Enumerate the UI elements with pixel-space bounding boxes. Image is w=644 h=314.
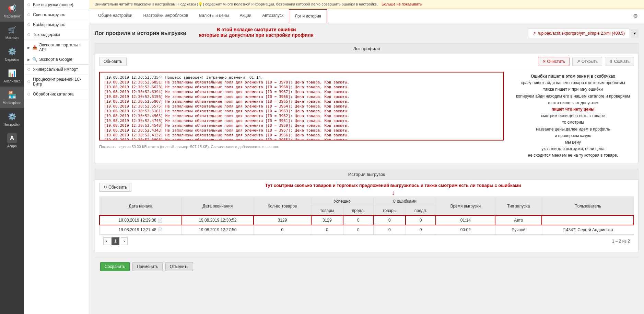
table-cell: 0 xyxy=(254,225,311,235)
tab-settings-gear-icon[interactable]: ⚙ xyxy=(630,10,641,22)
sidebar-item-shop[interactable]: 🛒 Магазин xyxy=(0,22,24,43)
next-page-button[interactable]: › xyxy=(121,237,128,245)
top-annotation: В этой вкладке смотрите ошибки которые в… xyxy=(199,27,314,38)
tab-promo[interactable]: Акции xyxy=(234,9,257,23)
log-clear-button[interactable]: ✕ Очистить xyxy=(538,57,570,66)
table-cell: 19.08.2019 12:27:48 📄 xyxy=(99,225,182,235)
table-cell: 19.08.2019 12:30:52 xyxy=(182,215,254,225)
sidebar-item-aspro[interactable]: A Аспро xyxy=(0,130,24,152)
services-icon: ⚙️ xyxy=(7,47,17,56)
annotation-line2: сразу пишет айди вашего товара с которым… xyxy=(512,80,634,86)
annotation-line6: пишет что нету цены xyxy=(512,106,634,113)
annotation-line13: не сходится меняем ее на ту которая в то… xyxy=(512,152,634,159)
left-panel-section-google[interactable]: ▶ 🔍 Экспорт в Google xyxy=(24,55,89,64)
log-area[interactable]: [19.08.2019 12:30:52.7354] Процесс завер… xyxy=(99,72,504,141)
log-section: Лог профиля Обновить ✕ Очистить ↗ Открыт… xyxy=(95,43,639,163)
left-panel-item-export-list[interactable]: Список выгрузок xyxy=(24,10,89,20)
top-annotation-line2: которые вы допустили при настройки профи… xyxy=(199,32,314,38)
bullet-icon xyxy=(27,3,30,6)
save-button[interactable]: Сохранить xyxy=(100,262,130,271)
col-success-offers: предл. xyxy=(343,206,373,216)
warning-bar: Внимательно читайте подсказки к настройк… xyxy=(89,0,644,9)
sidebar-item-label: Настройки xyxy=(3,123,20,126)
history-refresh-button[interactable]: ↻ Обновить xyxy=(99,183,131,192)
dropdown-arrow-icon[interactable]: ▾ xyxy=(631,29,639,38)
left-panel-section-portals[interactable]: ▶ 📤 Экспорт на порталы + API xyxy=(24,40,89,55)
left-panel-item-backup[interactable]: Backup выгрузок xyxy=(24,20,89,30)
warning-text: Внимательно читайте подсказки к настройк… xyxy=(95,2,177,6)
main-content: Внимательно читайте подсказки к настройк… xyxy=(89,0,644,314)
sidebar-item-services[interactable]: ⚙️ Сервисы xyxy=(0,43,24,65)
warning-dismiss-link[interactable]: Больше не показывать xyxy=(382,2,422,6)
left-panel: Все выгрузки (новое) Список выгрузок Bac… xyxy=(24,0,89,314)
sidebar-item-label: Аналитика xyxy=(3,79,21,83)
left-panel-item-label: Обработчик каталога xyxy=(33,92,73,97)
left-panel-item-label: Универсальный импорт xyxy=(33,67,78,72)
sidebar-item-marketing[interactable]: 📢 Маркетинг xyxy=(0,0,24,22)
bullet-icon xyxy=(27,68,30,71)
table-cell: 0 xyxy=(406,215,436,225)
sidebar-item-analytics[interactable]: 📊 Аналитика xyxy=(0,65,24,87)
left-panel-item-processing[interactable]: Процессинг решений 1С-Битр xyxy=(24,75,89,89)
tab-autolaunch[interactable]: Автозапуск xyxy=(257,9,289,23)
left-panel-item-catalog[interactable]: Обработчик каталога xyxy=(24,89,89,99)
col-date-end: Дата окончания xyxy=(182,197,254,216)
tab-currencies[interactable]: Валюты и цены xyxy=(194,9,234,23)
annotation-line4: копируем айди находим его в нашем катало… xyxy=(512,93,634,100)
table-cell: Ручной xyxy=(495,225,542,235)
annotation-line1: Ошибки пишет в этом окне и в скобочках xyxy=(512,73,634,80)
left-panel-section-label: Экспорт в Google xyxy=(39,57,72,62)
pagination: ‹ 1 › 1 – 2 из 2 xyxy=(99,235,634,248)
table-cell: 19.08.2019 12:29:38 📄 xyxy=(99,215,182,225)
log-right-annotation: Ошибки пишет в этом окне и в скобочках с… xyxy=(508,69,638,163)
col-success-group: Успешно xyxy=(311,197,374,206)
left-panel-item-import[interactable]: Универсальный импорт xyxy=(24,65,89,75)
page-title: Лог профиля и история выгрузки xyxy=(95,30,186,36)
col-launch-type: Тип запуска xyxy=(495,197,542,216)
file-link-box[interactable]: ↗ /upload/acrit.exportpro/ym_simple 2.xm… xyxy=(528,29,629,38)
cancel-button[interactable]: Отменить xyxy=(165,262,193,271)
shop-icon: 🛒 xyxy=(7,25,17,35)
annotation-line8: то смотрим xyxy=(512,119,634,126)
google-icon: 🔍 xyxy=(32,57,37,62)
log-open-button[interactable]: ↗ Открыть xyxy=(572,57,602,66)
table-cell: 19.08.2019 12:27:50 xyxy=(182,225,254,235)
tabs-bar: Общие настройки Настройки инфоблоков Вал… xyxy=(89,9,644,23)
content-area: Лог профиля и история выгрузки В этой вк… xyxy=(89,23,644,314)
col-upload-time: Время выгрузки xyxy=(436,197,495,216)
bullet-icon xyxy=(27,80,30,83)
apply-button[interactable]: Применить xyxy=(132,262,163,271)
tab-log[interactable]: Лог и история xyxy=(289,9,327,23)
log-download-button[interactable]: ⬇ Скачать xyxy=(605,57,634,66)
sidebar-item-marketplace[interactable]: 🏪 Marketplace xyxy=(0,87,24,108)
log-refresh-button[interactable]: Обновить xyxy=(99,57,127,66)
bullet-icon xyxy=(27,93,30,96)
left-panel-item-all-exports[interactable]: Все выгрузки (новое) xyxy=(24,0,89,10)
left-panel-item-label: Список выгрузок xyxy=(33,12,65,17)
annotation-line12: указали для выгрузки, если цена xyxy=(512,146,634,152)
sidebar-item-settings[interactable]: ⚙️ Настройки xyxy=(0,108,24,130)
bullet-icon xyxy=(27,33,30,36)
history-section-header: История выгрузок xyxy=(95,169,638,180)
sidebar-item-label: Marketplace xyxy=(3,101,21,105)
file-link-row: ↗ /upload/acrit.exportpro/ym_simple 2.xm… xyxy=(528,29,639,38)
table-cell: 0 xyxy=(373,215,406,225)
tab-infoblocks[interactable]: Настройки инфоблоков xyxy=(138,9,194,23)
aspro-icon: A xyxy=(7,133,17,143)
left-panel-item-label: Backup выгрузок xyxy=(33,22,65,27)
left-panel-item-support[interactable]: Техподдержка xyxy=(24,30,89,40)
log-toolbar-right: ✕ Очистить ↗ Открыть ⬇ Скачать xyxy=(538,57,634,66)
log-left: [19.08.2019 12:30:52.7354] Процесс завер… xyxy=(95,69,508,163)
external-link-icon: ↗ xyxy=(532,31,536,36)
history-callout: Тут сомтрим сколько товаров и торговых п… xyxy=(152,183,634,197)
table-cell: 0 xyxy=(343,215,373,225)
annotation-line3: также пишет и причину ошибки xyxy=(512,86,634,93)
marketing-icon: 📢 xyxy=(7,3,17,13)
sidebar: 📢 Маркетинг 🛒 Магазин ⚙️ Сервисы 📊 Анали… xyxy=(0,0,24,314)
prev-page-button[interactable]: ‹ xyxy=(103,237,110,245)
history-table: Дата начала Дата окончания Кол-во товаро… xyxy=(99,197,634,235)
page-1-button[interactable]: 1 xyxy=(112,237,119,245)
arrow-icon: ▶ xyxy=(27,58,30,61)
tab-general[interactable]: Общие настройки xyxy=(93,9,138,23)
page-info: 1 – 2 из 2 xyxy=(612,239,630,244)
